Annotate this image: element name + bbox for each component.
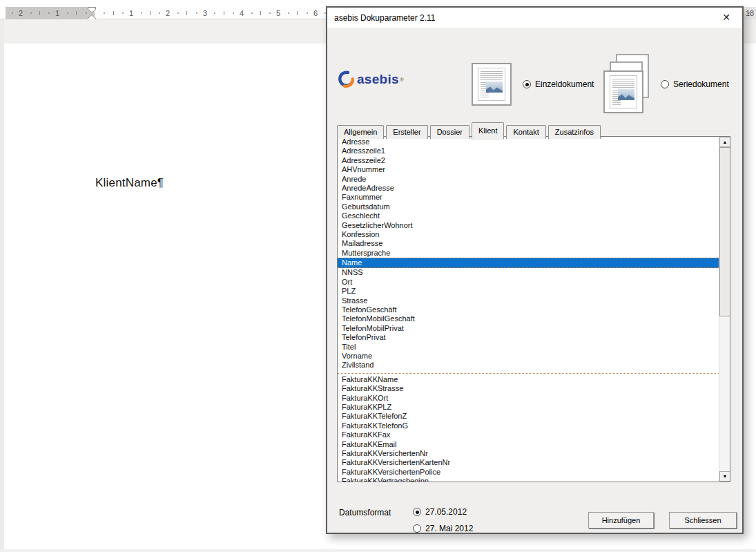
radio-icon[interactable] <box>661 80 669 88</box>
list-item[interactable]: GesetzlicherWohnort <box>338 221 719 230</box>
ruler-tick <box>104 12 105 14</box>
ruler-number: 5 <box>276 8 280 18</box>
list-item[interactable]: FakturaKKVersichertenPolice <box>338 468 719 477</box>
list-item[interactable]: Name <box>338 258 719 268</box>
ruler-tick <box>113 11 114 15</box>
list-item[interactable]: AHVnummer <box>338 165 719 174</box>
list-item[interactable]: Titel <box>338 343 719 352</box>
list-item[interactable]: Adresszeile2 <box>338 156 719 165</box>
hinzufuegen-button[interactable]: Hinzufügen <box>588 512 654 529</box>
list-item[interactable]: FakturaKKVertragsbeginn <box>338 477 719 482</box>
schliessen-button[interactable]: Schliessen <box>669 512 737 529</box>
ruler-tick <box>76 11 77 15</box>
tab-kontakt[interactable]: Kontakt <box>506 125 545 139</box>
einzeldokument-radio[interactable]: Einzeldokument <box>523 79 594 89</box>
list-item[interactable]: Strasse <box>338 296 719 305</box>
dateformat-numeric-radio[interactable]: 27.05.2012 <box>413 507 467 517</box>
ruler-tick <box>150 11 151 15</box>
list-item[interactable]: FakturaKKStrasse <box>338 384 719 393</box>
list-item[interactable]: NNSS <box>338 268 719 277</box>
list-item[interactable]: Adresszeile1 <box>338 146 719 155</box>
list-item[interactable]: AnredeAdresse <box>338 184 719 193</box>
parameter-listbox[interactable]: AdresseAdresszeile1Adresszeile2AHVnummer… <box>337 136 730 482</box>
list-section-separator <box>338 370 719 374</box>
dateformat-numeric-label: 27.05.2012 <box>425 507 467 517</box>
list-item[interactable]: FakturaKKFax <box>338 430 719 439</box>
list-item[interactable]: Konfession <box>338 230 719 239</box>
ruler-number: 3 <box>203 8 207 18</box>
tab-ersteller[interactable]: Ersteller <box>386 125 427 139</box>
list-item[interactable]: FakturaKKOrt <box>338 394 719 403</box>
list-item[interactable]: Zivilstand <box>338 361 719 370</box>
list-item[interactable]: FakturaKKVersichertenKartenNr <box>338 458 719 467</box>
parameter-rows: AdresseAdresszeile1Adresszeile2AHVnummer… <box>338 137 719 482</box>
ruler-tick <box>30 12 32 14</box>
tab-dossier[interactable]: Dossier <box>430 125 469 139</box>
list-item[interactable]: Ort <box>338 278 719 287</box>
asebis-logo: asebis® <box>337 70 404 89</box>
list-item[interactable]: Muttersprache <box>338 249 719 258</box>
asebis-swirl-icon <box>337 70 355 89</box>
list-item[interactable]: Adresse <box>338 137 719 146</box>
ruler-number: 4 <box>240 8 244 18</box>
ruler-number: 1 <box>55 8 59 18</box>
logo-reg-mark: ® <box>400 77 404 83</box>
list-item[interactable]: FakturaKKTelefonZ <box>338 412 719 421</box>
document-text[interactable]: KlientName¶ <box>95 176 164 190</box>
logo-text: asebis <box>357 72 399 87</box>
ruler-tick <box>186 11 187 15</box>
list-item[interactable]: TelefonMobilGeschäft <box>338 314 719 323</box>
single-document-icon <box>472 63 512 106</box>
list-item[interactable]: TelefonMobilPrivat <box>338 324 719 333</box>
list-item[interactable]: FakturaKKName <box>338 375 719 384</box>
ruler-tick <box>196 12 197 14</box>
ruler-tick <box>159 12 160 14</box>
list-item[interactable]: TelefonGeschäft <box>338 305 719 314</box>
list-item[interactable]: TelefonPrivat <box>338 333 719 342</box>
multi-document-icon <box>603 54 650 115</box>
list-item[interactable]: Vorname <box>338 352 719 361</box>
ruler-tick <box>177 12 179 14</box>
tab-allgemein[interactable]: Allgemein <box>337 125 384 139</box>
ruler-tick <box>297 11 298 15</box>
ruler-number: 18 <box>746 8 754 18</box>
tab-klient[interactable]: Klient <box>472 122 505 139</box>
list-item[interactable]: Faxnummer <box>338 193 719 202</box>
einzeldokument-label: Einzeldokument <box>535 79 594 89</box>
scrollbar-thumb[interactable] <box>719 147 730 316</box>
list-item[interactable]: Mailadresse <box>338 239 719 248</box>
dialog-titlebar[interactable]: asebis Dokuparameter 2.11 ✕ <box>327 8 742 28</box>
ruler-tick <box>251 12 253 14</box>
scroll-down-icon[interactable]: ▼ <box>719 471 730 482</box>
scroll-up-icon[interactable]: ▲ <box>719 137 730 147</box>
ruler-tick <box>233 12 234 14</box>
list-item[interactable]: FakturaKKEmail <box>338 440 719 449</box>
list-item[interactable]: FakturaKKPLZ <box>338 403 719 412</box>
radio-icon[interactable] <box>413 524 421 533</box>
ruler-tick <box>214 12 215 14</box>
ruler-tick <box>122 12 124 14</box>
radio-icon[interactable] <box>413 508 421 516</box>
ruler-tick <box>12 12 13 14</box>
list-item[interactable]: Geburtsdatum <box>338 202 719 211</box>
close-icon[interactable]: ✕ <box>717 10 735 25</box>
list-item[interactable]: FakturaKKVersichertenNr <box>338 449 719 458</box>
ruler-number: 2 <box>166 8 170 18</box>
list-item[interactable]: FakturaKKTelefonG <box>338 421 719 430</box>
ruler-tick <box>307 12 308 14</box>
ruler-tick <box>39 11 40 15</box>
ruler-tick <box>260 11 261 15</box>
list-item[interactable]: Anrede <box>338 175 719 184</box>
ruler-tick <box>269 12 271 14</box>
datumsformat-label: Datumsformat <box>339 508 391 517</box>
list-item[interactable]: PLZ <box>338 287 719 296</box>
radio-icon[interactable] <box>523 80 531 88</box>
document-photo-thumb <box>486 82 503 93</box>
ruler-number: 6 <box>313 8 318 18</box>
dateformat-text-radio[interactable]: 27. Mai 2012 <box>413 524 473 533</box>
ruler-number: 1 <box>129 8 133 18</box>
seriedokument-radio[interactable]: Seriedokument <box>661 79 729 89</box>
vertical-scrollbar[interactable]: ▲ ▼ <box>719 137 730 482</box>
list-item[interactable]: Geschlecht <box>338 211 719 220</box>
tab-zusatzinfos[interactable]: Zusatzinfos <box>548 125 601 139</box>
